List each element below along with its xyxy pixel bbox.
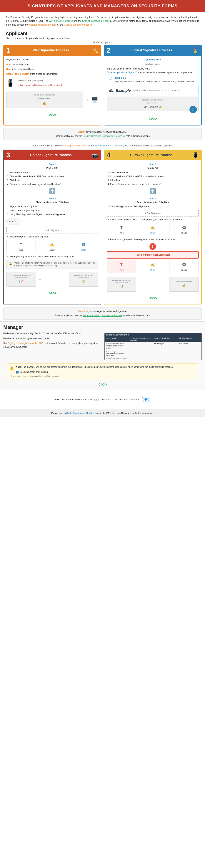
upload-sig-link[interactable]: Upload signature process [29,23,57,26]
open-form-sub: in Adobe Reader [107,62,199,66]
send-section: Send documentation by email to the RSO ,… [0,390,205,409]
option2-number: 2 [107,47,110,54]
option4-step2-sub: Apply signature using Fill & Sign [107,200,199,204]
upload-doc-preview-left: CONSENT AND VERIFICATION Form with signa… [6,272,36,286]
manager-link[interactable]: Signing a non-digitally enabled PDF file [8,342,47,345]
pdf-note-box: 🔒 * Adobe PDF printer will flatten the f… [6,260,98,269]
type-box-3[interactable]: T Type [6,240,36,253]
option4-title: Cursive Signature Process [110,153,192,157]
cursive-sig-link[interactable]: Cursive signature process [64,23,92,26]
option3-step2-list: Sign a blank piece of paper Take a photo… [10,205,98,216]
option4-step1-sub: Print to PDF [107,166,199,170]
sign-icon: ✒ [9,220,11,223]
doc-preview-entrust: CONSENT AND VERIFICATION Digitally signe… [107,97,199,112]
digital-sig-guide-link[interactable]: Digital Signatures – How to Guide [66,412,100,414]
middle-note: If you are unable to use the Wet Signatu… [0,142,205,150]
type-box-4[interactable]: T Type [107,223,136,236]
type-icon-3: T [9,242,33,248]
option2-icon: 🎖️ [192,47,199,53]
submit-bar-2: Submit to your manager for review and si… [3,308,202,319]
manager-heading: Manager [3,324,202,330]
option4-step2-list3: Place your signature in the designated a… [110,238,199,241]
sign-btn-mock[interactable]: ✒ ✒ Sign [6,219,21,224]
lock-checkbox[interactable]: ✓ [16,371,19,373]
sign-button-area: ✒ ✒ Sign [6,217,98,225]
option3-title: Upload Signature Process [10,153,92,157]
manager-section: Manager Review security forms and sign S… [0,321,205,390]
option4-header: 4 Cursive Signature Process 📱 [104,150,202,160]
open-form-label: Open the form [107,58,199,62]
scan-note-lighting: * * Up close with good lighting [16,79,62,83]
send-email-icon: 📧 [141,393,151,406]
draw-box-3[interactable]: ✍ Draw [38,240,67,253]
security-screening-link-1[interactable]: Security Screening Submission Process [82,135,122,137]
entrust-sig-link[interactable]: Entrust signature process [82,20,109,22]
submit-link-2[interactable]: Submit [78,310,86,313]
manager-table-row-1: List of study, address and/or profession… [105,342,202,350]
manager-table-area: CONSENT AND VERIFICATION Checks Required… [104,332,202,362]
doc-scan-area: CONSENT AND VERIFICATION Form document p… [6,90,98,110]
lock-checkbox-label: Lock document after signing [20,370,48,374]
exclaim-badge: ! [149,243,156,250]
option4-number: 4 [107,152,110,158]
applicant-heading: Applicant [0,29,205,37]
image-icon-3: 🖼 [71,242,96,248]
option4-icon: 📱 [192,152,199,158]
col3-header: Name of official (print) [153,337,177,342]
option3-header: 3 Upload Signature Process 📷 [4,150,101,160]
green-chevrons-4: ≫≫ [107,294,199,302]
col4-header: Official's signature [177,337,202,342]
submit-bar-1: Submit to your manager for review and si… [3,128,202,140]
image-icon-4b: 🖼 [172,262,196,268]
image-box-3[interactable]: 🖼 Image [69,240,98,253]
phone-icon: 📱 [6,78,14,88]
scan-icon-area: 📱 * * Up close with good lighting Illegi… [6,78,98,88]
entrust-sig-ref[interactable]: Entrust Signature Process [95,144,123,147]
draw-box-4[interactable]: ✍ Draw [138,223,167,236]
wet-sig-ref[interactable]: Wet Signature Process [62,144,87,147]
image-box-4b[interactable]: 🖼 Image [169,260,199,273]
option1-scan: Scan or take a photo [6,73,28,75]
manager-content: Review security forms and sign Section C… [3,332,202,362]
sig-example: Mr. Example Digitally signed by Mr. Exam… [107,86,199,95]
lock-note-box: ⚠️ Note: The manager will be the last pe… [7,363,198,380]
draw-box-4b[interactable]: ✍ Draw [138,260,167,273]
security-screening-link-2[interactable]: Security Screening Submission Process [82,314,122,317]
submit-link-1[interactable]: Submit [78,131,86,133]
doc-preview-wet: CONSENT AND VERIFICATION Form document p… [6,92,83,108]
type-box-4b: T Type [107,260,136,273]
draw-icon-4: ✍ [140,225,165,230]
green-chevrons-2: ≫≫ [107,115,199,122]
option3-step2-list3: Place your signature in the designated a… [10,255,98,258]
image-box-4[interactable]: 🖼 Image [169,223,199,236]
option1-header: 1 Wet Signature Process ✏️ [4,45,101,56]
rso-link[interactable]: RSO [94,398,99,401]
green-chevrons-1: ≫≫ [6,111,98,118]
option1-sign: Sign [6,68,11,70]
sig-type-row-4: T Type ✍ Draw 🖼 Image [107,223,199,236]
option4-step2-list2: Select Draw and sign using a stylus pen … [110,218,199,221]
wet-sig-link[interactable]: Wet signature process [49,20,73,22]
cursive-step-icon: ⬆️ [107,187,199,195]
option1-box: 1 Wet Signature Process ✏️ As per normal… [3,45,101,125]
typed-warning-area: ! Typed signatures not acceptable T Type… [107,243,199,273]
option1-print: Print [6,63,11,66]
option4-step1-list: Select File & Print Choose Microsoft Pri… [110,171,199,186]
option3-step2-sub: Place signatures using Fill & Sign [6,200,98,204]
option1-title: Wet Signature Process [10,49,92,53]
upload-icon: ⬆️ [6,187,98,195]
manager-table-header: CONSENT AND VERIFICATION [105,333,202,337]
option2-body: Open the form in Adobe Reader In the des… [104,56,202,125]
option1-icon: ✏️ [92,47,98,53]
option2-header: 2 Entrust Signature Process 🎖️ [104,45,202,56]
upload-doc-preview-right: CONSENT AND VERIFICATION Uploaded signat… [69,272,98,286]
add-sig-btn-3[interactable]: + Add Signature [6,227,98,234]
option1-number: 1 [6,47,10,54]
entrust-doc-area: CONSENT AND VERIFICATION Digitally signe… [107,97,199,112]
image-icon-4: 🖼 [172,225,196,230]
add-sig-btn-4[interactable]: + Add Signature [107,210,199,217]
adobe-icon: 📄 [107,75,114,84]
option1-body: As per normal practice: Print the securi… [4,56,101,121]
type-icon-4: T [109,225,134,230]
cursive-doc-preview-right: Cursive signature applied ✍ [169,277,199,291]
